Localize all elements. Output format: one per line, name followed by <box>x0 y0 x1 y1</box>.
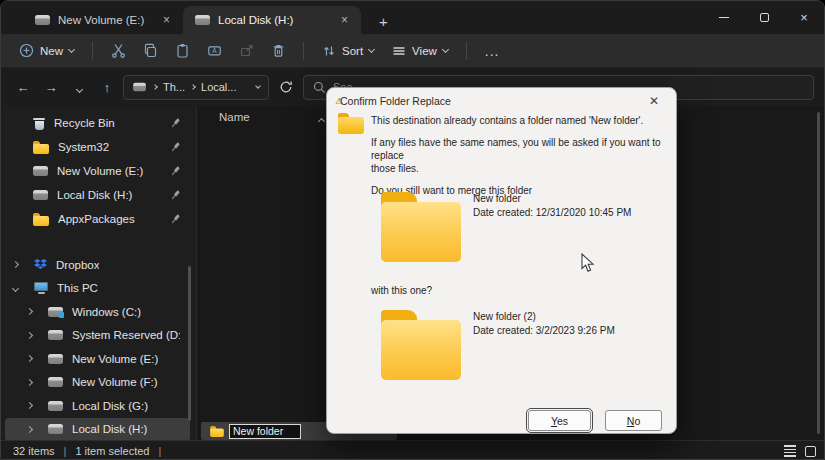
sidebar-item-label: Recycle Bin <box>54 117 115 129</box>
navigation-pane: Recycle Bin System32 New Volume (E:) Loc… <box>1 106 197 440</box>
sidebar-item-new-volume-e[interactable]: New Volume (E:) <box>5 159 190 183</box>
target-folder-date: Date created: 3/2/2023 9:26 PM <box>473 324 615 338</box>
tab-strip: New Volume (E:) × Local Disk (H:) × + × <box>1 1 824 34</box>
chevron-right-icon[interactable] <box>12 261 19 268</box>
new-button[interactable]: New <box>11 39 82 62</box>
sidebar-item-new-volume-f[interactable]: New Volume (F:) <box>5 371 190 395</box>
selection-count: 1 item selected <box>75 445 149 457</box>
sidebar-item-label: New Volume (E:) <box>57 165 143 177</box>
sidebar-item-windows-c[interactable]: Windows (C:) <box>5 300 190 324</box>
sidebar-item-local-disk-h[interactable]: Local Disk (H:) <box>5 418 190 442</box>
sidebar-item-local-disk-g[interactable]: Local Disk (G:) <box>5 394 190 418</box>
chevron-right-icon[interactable] <box>26 308 33 315</box>
refresh-button[interactable] <box>273 80 299 94</box>
view-toggles <box>784 441 816 460</box>
rename-button[interactable]: A <box>199 39 229 63</box>
sidebar-item-new-volume-e-tree[interactable]: New Volume (E:) <box>5 347 190 371</box>
pin-icon <box>169 140 182 153</box>
column-header-name[interactable]: Name <box>219 111 250 123</box>
chevron-right-icon[interactable] <box>26 402 33 409</box>
recycle-bin-icon <box>33 117 45 130</box>
chevron-right-icon[interactable] <box>26 379 33 386</box>
close-button[interactable]: × <box>784 1 824 33</box>
paste-icon <box>175 43 190 58</box>
dialog-message-line2: If any files have the same names, you wi… <box>371 136 669 175</box>
paste-button[interactable] <box>167 39 197 63</box>
folder-icon <box>210 425 224 436</box>
dialog-title: Confirm Folder Replace <box>340 95 451 107</box>
chevron-down-icon[interactable] <box>255 83 261 89</box>
with-this-one-label: with this one? <box>371 285 432 296</box>
file-list-scrollbar[interactable] <box>817 112 820 434</box>
delete-button[interactable] <box>263 39 293 63</box>
sidebar-item-label: Local Disk (H:) <box>72 423 147 435</box>
cut-button[interactable] <box>103 39 133 63</box>
copy-button[interactable] <box>135 39 165 63</box>
sidebar-item-system-reserved-d[interactable]: System Reserved (D:) <box>5 324 190 348</box>
dialog-message-line2b: those files. <box>371 162 669 175</box>
chevron-right-icon[interactable] <box>26 426 33 433</box>
command-bar: New A Sort View <box>1 34 824 68</box>
tab-local-disk-h[interactable]: Local Disk (H:) × <box>183 6 361 34</box>
new-button-label: New <box>40 45 63 57</box>
new-tab-button[interactable]: + <box>373 13 394 30</box>
dialog-close-button[interactable]: ✕ <box>645 92 663 110</box>
sidebar-item-label: System Reserved (D:) <box>72 329 180 341</box>
sidebar-item-system32[interactable]: System32 <box>5 135 190 159</box>
tab-new-volume-e[interactable]: New Volume (E:) × <box>23 6 183 34</box>
dialog-message-line1: This destination already contains a fold… <box>371 114 669 127</box>
source-folder-icon <box>381 192 461 262</box>
tab-close-icon[interactable]: × <box>338 13 351 27</box>
sidebar-item-dropbox[interactable]: Dropbox <box>5 253 190 277</box>
yes-button[interactable]: Yes <box>528 410 591 431</box>
share-button[interactable] <box>231 39 261 63</box>
dropbox-icon <box>34 259 47 270</box>
see-more-button[interactable]: ... <box>477 39 508 63</box>
window-controls: × <box>704 1 824 33</box>
tab-close-icon[interactable]: × <box>160 13 173 27</box>
status-separator: | <box>158 445 161 457</box>
sidebar-item-appxpackages[interactable]: AppxPackages <box>5 207 190 231</box>
no-button[interactable]: No <box>605 410 662 431</box>
breadcrumb-separator-icon <box>152 84 158 90</box>
sort-button[interactable]: Sort <box>314 40 382 62</box>
chevron-right-icon[interactable] <box>26 332 33 339</box>
sidebar-item-label: Windows (C:) <box>72 306 141 318</box>
view-button[interactable]: View <box>384 40 456 62</box>
recent-locations-button[interactable] <box>67 80 91 95</box>
sidebar-item-label: Dropbox <box>56 259 99 271</box>
chevron-down-icon[interactable] <box>12 285 19 292</box>
sort-button-label: Sort <box>342 45 363 57</box>
svg-text:A: A <box>212 47 217 54</box>
sidebar-item-recycle-bin[interactable]: Recycle Bin <box>5 111 190 135</box>
minimize-button[interactable] <box>704 1 744 33</box>
breadcrumb-item[interactable]: Th... <box>163 81 185 93</box>
target-folder-icon <box>381 310 461 380</box>
drive-icon <box>48 354 63 364</box>
back-button[interactable]: ← <box>11 80 35 95</box>
windows-logo-icon <box>59 312 65 318</box>
up-button[interactable]: ↑ <box>95 80 119 95</box>
breadcrumb-item[interactable]: Local... <box>201 81 236 93</box>
breadcrumb[interactable]: Th... Local... <box>123 75 269 100</box>
sort-icon <box>322 44 336 58</box>
breadcrumb-separator-icon <box>190 84 196 90</box>
sidebar-item-local-disk-h-pinned[interactable]: Local Disk (H:) <box>5 183 190 207</box>
sidebar-item-this-pc[interactable]: This PC <box>5 277 190 301</box>
drive-icon <box>35 15 50 25</box>
rename-input[interactable] <box>229 424 301 439</box>
os-drive-icon <box>48 307 63 317</box>
drive-icon <box>133 83 146 92</box>
details-view-button[interactable] <box>784 445 796 457</box>
drive-icon <box>48 424 63 434</box>
minimize-icon <box>719 17 729 18</box>
large-icons-view-button[interactable] <box>805 446 816 457</box>
source-folder-date: Date created: 12/31/2020 10:45 PM <box>473 206 631 220</box>
cut-icon <box>111 43 126 58</box>
sidebar-scrollbar[interactable] <box>188 266 191 421</box>
chevron-right-icon[interactable] <box>26 355 33 362</box>
maximize-button[interactable] <box>744 1 784 33</box>
sort-ascending-icon[interactable] <box>318 118 325 125</box>
forward-button[interactable]: → <box>39 80 63 95</box>
dialog-message-line2a: If any files have the same names, you wi… <box>371 136 669 162</box>
